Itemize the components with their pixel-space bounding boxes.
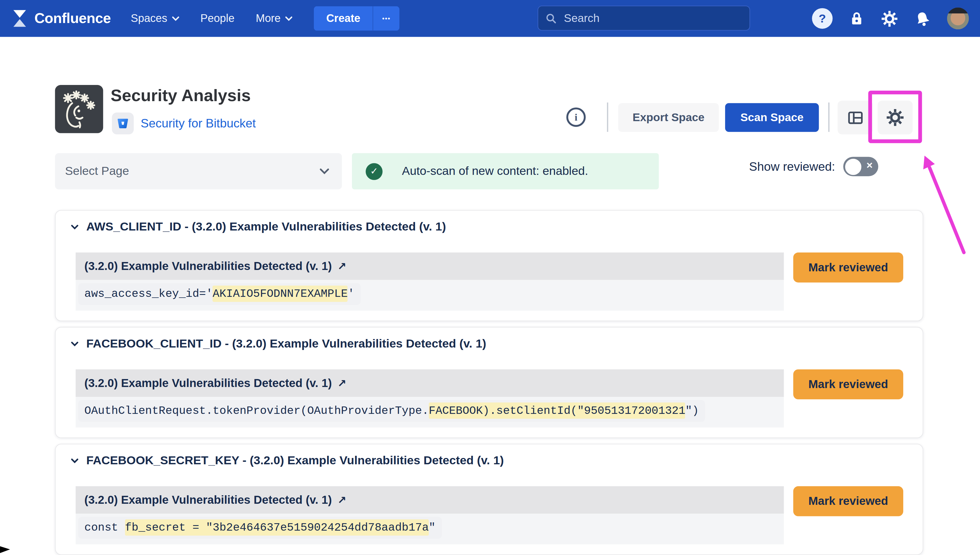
brand-name: Confluence: [34, 10, 111, 27]
space-link[interactable]: Security for Bitbucket: [141, 116, 256, 130]
external-link-icon: ↗: [337, 260, 346, 273]
create-button[interactable]: Create: [314, 6, 373, 31]
scan-space-button[interactable]: Scan Space: [725, 103, 819, 132]
help-icon[interactable]: ?: [812, 8, 832, 29]
code-block: OAuthClientRequest.tokenProvider(OAuthPr…: [78, 400, 705, 422]
confluence-brand[interactable]: Confluence: [11, 9, 111, 27]
search-icon: [546, 12, 557, 24]
mark-reviewed-button[interactable]: Mark reviewed: [793, 252, 903, 282]
create-button-group: Create •••: [314, 6, 399, 31]
finding-card: FACEBOOK_SECRET_KEY - (3.2.0) Example Vu…: [55, 444, 923, 555]
code-line: const fb_secret = "3b2e464637e5159024254…: [85, 520, 436, 536]
source-page-bar: (3.2.0) Example Vulnerabilities Detected…: [75, 486, 784, 513]
gear-icon: [886, 108, 905, 127]
divider: [607, 103, 608, 132]
info-icon[interactable]: i: [566, 107, 586, 127]
nav-item-spaces[interactable]: Spaces: [131, 12, 179, 25]
create-more-button[interactable]: •••: [373, 6, 399, 31]
finding-detail: (3.2.0) Example Vulnerabilities Detected…: [75, 486, 784, 544]
bitbucket-chip: [112, 112, 134, 134]
source-page-bar: (3.2.0) Example Vulnerabilities Detected…: [75, 369, 784, 397]
toggle-off-icon: ×: [866, 159, 873, 172]
finding-title: FACEBOOK_CLIENT_ID - (3.2.0) Example Vul…: [87, 337, 486, 351]
secret-highlight: FACEBOOK).setClientId("950513172001321: [429, 403, 685, 419]
nav-item-people[interactable]: People: [200, 12, 234, 25]
show-reviewed-toggle[interactable]: ×: [843, 157, 878, 176]
search-input[interactable]: [563, 11, 742, 25]
check-circle-icon: ✓: [366, 163, 383, 180]
space-link-row: Security for Bitbucket: [112, 112, 256, 134]
finding-detail: (3.2.0) Example Vulnerabilities Detected…: [75, 252, 784, 311]
select-page-dropdown[interactable]: Select Page: [55, 153, 342, 189]
finding-body: (3.2.0) Example Vulnerabilities Detected…: [56, 486, 923, 544]
divider: [828, 103, 829, 132]
autoscan-banner: ✓ Auto-scan of new content: enabled.: [352, 153, 659, 189]
code-block: const fb_secret = "3b2e464637e5159024254…: [78, 517, 442, 539]
code-area: aws_access_key_id='AKIAIO5FODNN7EXAMPLE': [75, 280, 784, 311]
space-avatar[interactable]: [55, 85, 103, 133]
chevron-down-icon[interactable]: [71, 341, 79, 347]
space-settings-gear-button[interactable]: [878, 101, 913, 134]
source-page-link[interactable]: (3.2.0) Example Vulnerabilities Detected…: [85, 259, 332, 273]
bell-icon[interactable]: [914, 10, 932, 27]
mark-reviewed-button[interactable]: Mark reviewed: [793, 369, 903, 399]
finding-title: AWS_CLIENT_ID - (3.2.0) Example Vulnerab…: [87, 220, 446, 234]
finding-detail: (3.2.0) Example Vulnerabilities Detected…: [75, 369, 784, 428]
chevron-down-icon: [172, 16, 179, 21]
page-title: Security Analysis: [111, 86, 251, 106]
code-block: aws_access_key_id='AKIAIO5FODNN7EXAMPLE': [78, 283, 361, 305]
export-space-button[interactable]: Export Space: [618, 103, 719, 132]
external-link-icon: ↗: [337, 493, 346, 507]
bitbucket-icon: [116, 117, 129, 130]
mark-reviewed-button[interactable]: Mark reviewed: [793, 486, 903, 516]
finding-body: (3.2.0) Example Vulnerabilities Detected…: [56, 252, 923, 311]
finding-title: FACEBOOK_SECRET_KEY - (3.2.0) Example Vu…: [87, 454, 504, 467]
toggle-knob: [845, 159, 861, 175]
gear-icon[interactable]: [881, 10, 898, 27]
source-page-link[interactable]: (3.2.0) Example Vulnerabilities Detected…: [85, 376, 332, 390]
source-page-link[interactable]: (3.2.0) Example Vulnerabilities Detected…: [85, 493, 332, 507]
code-area: const fb_secret = "3b2e464637e5159024254…: [75, 513, 784, 544]
layout-icon: [847, 109, 864, 126]
nav-item-more[interactable]: More: [256, 12, 292, 25]
nav-more-label: More: [256, 12, 281, 25]
findings-list: AWS_CLIENT_ID - (3.2.0) Example Vulnerab…: [55, 210, 923, 555]
external-link-icon: ↗: [337, 377, 346, 390]
finding-body: (3.2.0) Example Vulnerabilities Detected…: [56, 369, 923, 428]
chevron-down-icon: [285, 16, 292, 21]
finding-card: FACEBOOK_CLIENT_ID - (3.2.0) Example Vul…: [55, 327, 923, 438]
confluence-logo-icon: [11, 9, 28, 27]
top-nav: Confluence Spaces People More Create •••…: [0, 0, 980, 37]
finding-header[interactable]: FACEBOOK_CLIENT_ID - (3.2.0) Example Vul…: [56, 337, 923, 351]
lock-icon[interactable]: [848, 10, 865, 27]
code-line: OAuthClientRequest.tokenProvider(OAuthPr…: [85, 403, 699, 419]
nav-people-label: People: [200, 12, 234, 25]
chevron-down-icon: [319, 168, 329, 174]
autoscan-text: Auto-scan of new content: enabled.: [402, 164, 588, 178]
show-reviewed-label: Show reviewed:: [749, 159, 835, 173]
select-page-label: Select Page: [65, 164, 129, 178]
code-area: OAuthClientRequest.tokenProvider(OAuthPr…: [75, 397, 784, 428]
cursor-artifact: [0, 546, 10, 553]
finding-card: AWS_CLIENT_ID - (3.2.0) Example Vulnerab…: [55, 210, 923, 321]
code-line: aws_access_key_id='AKIAIO5FODNN7EXAMPLE': [85, 286, 354, 302]
search-box[interactable]: [537, 6, 750, 31]
sidebar-layout-button[interactable]: [838, 101, 873, 134]
source-page-bar: (3.2.0) Example Vulnerabilities Detected…: [75, 252, 784, 280]
secret-highlight: AKIAIO5FODNN7EXAMPLE: [213, 286, 348, 302]
chevron-down-icon[interactable]: [71, 224, 79, 230]
nav-spaces-label: Spaces: [131, 12, 167, 25]
finding-header[interactable]: AWS_CLIENT_ID - (3.2.0) Example Vulnerab…: [56, 220, 923, 234]
chevron-down-icon[interactable]: [71, 458, 79, 464]
user-avatar[interactable]: [947, 7, 969, 29]
nav-icon-group: ?: [812, 7, 969, 29]
finding-header[interactable]: FACEBOOK_SECRET_KEY - (3.2.0) Example Vu…: [56, 454, 923, 467]
face-doodle-icon: [58, 88, 99, 130]
show-reviewed-control: Show reviewed: ×: [749, 157, 878, 176]
secret-highlight: fb_secret = "3b2e464637e5159024254dd78aa…: [125, 520, 429, 536]
page: Confluence Spaces People More Create •••…: [0, 0, 980, 555]
